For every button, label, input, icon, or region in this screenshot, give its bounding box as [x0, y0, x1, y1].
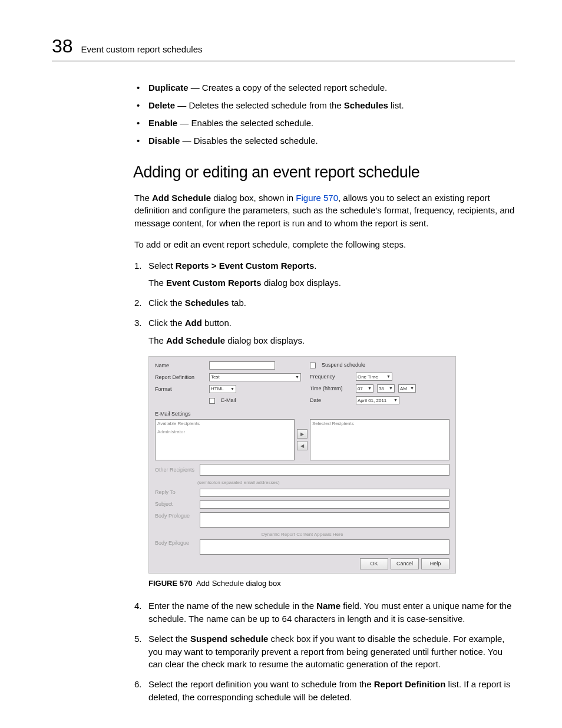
figure-link[interactable]: Figure 570	[296, 193, 338, 203]
format-label: Format	[155, 386, 206, 393]
report-definition-label: Report Definition	[155, 374, 206, 381]
step-2: Click the Schedules tab.	[134, 297, 515, 309]
list-item: Duplicate — Creates a copy of the select…	[134, 81, 515, 94]
date-label: Date	[310, 397, 352, 404]
report-definition-select[interactable]: Test▼	[209, 373, 301, 381]
cancel-button[interactable]: Cancel	[391, 558, 419, 569]
body-epilogue-field[interactable]	[200, 539, 449, 555]
ok-button[interactable]: OK	[360, 558, 388, 569]
triangle-right-icon: ▶	[300, 431, 304, 438]
section-heading: Adding or editing an event report schedu…	[133, 161, 515, 184]
bullet-term: Disable	[148, 136, 180, 146]
chevron-down-icon: ▼	[394, 397, 398, 403]
hour-select[interactable]: 07▼	[356, 384, 373, 393]
chapter-title: Event custom report schedules	[81, 43, 203, 56]
bullet-term: Duplicate	[148, 83, 189, 93]
step-5: Select the Suspend schedule check box if…	[134, 633, 515, 671]
frequency-select[interactable]: One Time▼	[356, 373, 392, 381]
subject-label: Subject	[155, 500, 196, 508]
other-recipients-note: (semicolon separated email addresses)	[197, 479, 449, 486]
bullet-term: Delete	[148, 100, 175, 110]
suspend-schedule-checkbox[interactable]	[310, 363, 316, 368]
triangle-left-icon: ◀	[300, 443, 304, 450]
move-left-button[interactable]: ◀	[297, 441, 308, 450]
chevron-down-icon: ▼	[295, 374, 299, 380]
bullet-desc: Creates a copy of the selected report sc…	[202, 83, 387, 93]
step-1: Select Reports > Event Custom Reports. T…	[134, 259, 515, 290]
chevron-down-icon: ▼	[410, 386, 414, 391]
chevron-down-icon: ▼	[368, 386, 372, 391]
intro-paragraph-2: To add or edit an event report schedule,…	[134, 238, 515, 251]
subject-field[interactable]	[200, 500, 449, 509]
other-recipients-label: Other Recipients	[155, 466, 196, 474]
list-item: Delete — Deletes the selected schedule f…	[134, 99, 515, 112]
step-3: Click the Add button. The Add Schedule d…	[134, 317, 515, 589]
intro-paragraph-1: The Add Schedule dialog box, shown in Fi…	[134, 192, 515, 230]
email-checkbox[interactable]	[209, 398, 215, 404]
ampm-select[interactable]: AM▼	[398, 384, 416, 393]
frequency-label: Frequency	[310, 373, 352, 381]
reply-to-label: Reply To	[155, 489, 196, 496]
other-recipients-field[interactable]	[200, 464, 449, 476]
list-item: Administrator	[157, 429, 185, 434]
list-item: Disable — Disables the selected schedule…	[134, 134, 515, 147]
selected-recipients-header: Selected Recipients	[312, 420, 447, 427]
figure-caption: FIGURE 570 Add Schedule dialog box	[148, 578, 515, 589]
format-select[interactable]: HTML▼	[209, 385, 236, 393]
email-settings-label: E-Mail Settings	[155, 410, 449, 418]
date-select[interactable]: April 01, 2011▼	[356, 396, 399, 404]
reply-to-field[interactable]	[200, 489, 449, 497]
available-recipients-list[interactable]: Available Recipients Administrator	[155, 419, 295, 460]
bullet-desc: Deletes the selected schedule from the	[189, 100, 343, 110]
step-6: Select the report definition you want to…	[134, 678, 515, 704]
bullet-term: Enable	[148, 118, 177, 128]
available-recipients-header: Available Recipients	[157, 420, 292, 427]
dynamic-content-note: Dynamic Report Content Appears Here	[155, 531, 449, 538]
action-bullet-list: Duplicate — Creates a copy of the select…	[134, 81, 515, 147]
list-item: Enable — Enables the selected schedule.	[134, 117, 515, 130]
move-right-button[interactable]: ▶	[297, 429, 308, 439]
chevron-down-icon: ▼	[230, 386, 234, 392]
page-header: 38 Event custom report schedules	[52, 32, 515, 61]
body-prologue-field[interactable]	[200, 512, 449, 528]
help-button[interactable]: Help	[421, 558, 449, 569]
minute-select[interactable]: 38▼	[377, 384, 395, 393]
add-schedule-dialog: Name Report Definition Test▼	[148, 356, 456, 573]
selected-recipients-list[interactable]: Selected Recipients	[310, 419, 449, 460]
body-epilogue-label: Body Epilogue	[155, 539, 196, 547]
name-field[interactable]	[209, 361, 275, 370]
body-prologue-label: Body Prologue	[155, 512, 196, 520]
name-label: Name	[155, 362, 206, 370]
chevron-down-icon: ▼	[389, 386, 393, 391]
chapter-number: 38	[52, 32, 73, 60]
suspend-schedule-label: Suspend schedule	[322, 361, 365, 369]
step-4: Enter the name of the new schedule in th…	[134, 599, 515, 625]
bullet-desc: Enables the selected schedule.	[191, 118, 314, 128]
email-checkbox-label: E-Mail	[221, 397, 236, 404]
chevron-down-icon: ▼	[386, 374, 391, 380]
time-label: Time (hh:mm)	[310, 385, 352, 393]
bullet-desc: Disables the selected schedule.	[194, 136, 318, 146]
